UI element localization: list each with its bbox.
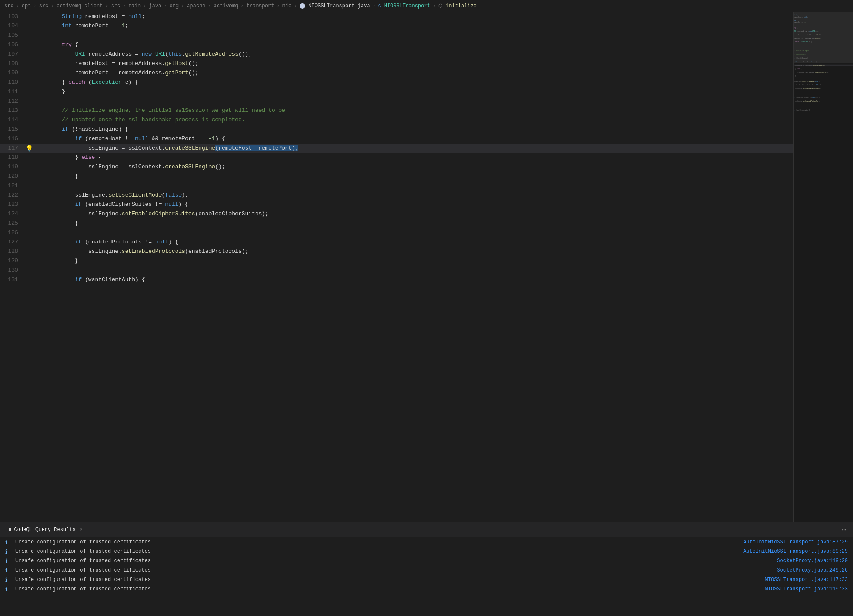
line-content: } else { [33, 153, 793, 162]
line-content: if (remoteHost != null && remotePort != … [33, 134, 793, 144]
result-location[interactable]: AutoInitNioSSLTransport.java:87:29 [743, 539, 848, 545]
code-line[interactable]: 107 URI remoteAddress = new URI(this.get… [0, 50, 793, 59]
code-line[interactable]: 119 sslEngine = sslContext.createSSLEngi… [0, 162, 793, 172]
line-content: remotePort = remoteAddress.getPort(); [33, 68, 793, 78]
code-line[interactable]: 115 if (!hasSslEngine) { [0, 125, 793, 134]
breadcrumb-org[interactable]: org [170, 3, 179, 9]
code-line[interactable]: 129 } [0, 256, 793, 266]
code-line[interactable]: 108 remoteHost = remoteAddress.getHost()… [0, 59, 793, 68]
result-info-icon: ℹ [5, 548, 12, 555]
breadcrumb-apache[interactable]: apache [187, 3, 205, 9]
result-message: Unsafe configuration of trusted certific… [15, 586, 762, 592]
breadcrumb-src2[interactable]: src [39, 3, 49, 9]
code-line[interactable]: 131 if (wantClientAuth) { [0, 275, 793, 285]
line-number: 129 [0, 256, 25, 266]
code-line[interactable]: 114 // updated once the ssl handshake pr… [0, 115, 793, 125]
breadcrumb-src[interactable]: src [4, 3, 14, 9]
code-line[interactable]: 112 [0, 97, 793, 106]
result-location[interactable]: AutoInitNioSSLTransport.java:89:29 [743, 549, 848, 554]
breadcrumb-main[interactable]: main [128, 3, 141, 9]
code-line[interactable]: 117💡 sslEngine = sslContext.createSSLEng… [0, 144, 793, 153]
line-number: 127 [0, 238, 25, 247]
code-line[interactable]: 105 [0, 31, 793, 40]
editor-area: 103 String remoteHost = null;104 int rem… [0, 12, 853, 522]
code-line[interactable]: 127 if (enabledProtocols != null) { [0, 238, 793, 247]
line-number: 105 [0, 31, 25, 40]
line-number: 121 [0, 181, 25, 191]
line-content: } [33, 256, 793, 266]
line-content [33, 266, 793, 275]
line-gutter [25, 172, 33, 181]
result-row[interactable]: ℹUnsafe configuration of trusted certifi… [0, 575, 853, 584]
codeql-tab-close[interactable]: × [80, 527, 83, 533]
result-row[interactable]: ℹUnsafe configuration of trusted certifi… [0, 537, 853, 547]
line-content: if (!hasSslEngine) { [33, 125, 793, 134]
line-number: 108 [0, 59, 25, 68]
breadcrumb-method[interactable]: ⬡ initialize [438, 3, 477, 9]
line-content: if (wantClientAuth) { [33, 275, 793, 285]
breadcrumb-java[interactable]: java [149, 3, 162, 9]
line-content: } [33, 219, 793, 228]
line-gutter [25, 247, 33, 256]
code-line[interactable]: 104 int remotePort = -1; [0, 21, 793, 31]
line-content: sslEngine = sslContext.createSSLEngine(r… [33, 144, 793, 153]
code-line[interactable]: 125 } [0, 219, 793, 228]
code-line[interactable]: 106 try { [0, 40, 793, 50]
line-number: 116 [0, 134, 25, 144]
panel-more-button[interactable]: ⋯ [838, 524, 850, 536]
result-info-icon: ℹ [5, 539, 12, 546]
result-location[interactable]: NIOSSLTransport.java:119:33 [765, 586, 848, 592]
breadcrumb-activemq-client[interactable]: activemq-client [56, 3, 103, 9]
line-number: 125 [0, 219, 25, 228]
codeql-tab[interactable]: ≡ CodeQL Query Results × [3, 522, 88, 537]
result-row[interactable]: ℹUnsafe configuration of trusted certifi… [0, 566, 853, 575]
code-line[interactable]: 111 } [0, 87, 793, 97]
line-content: try { [33, 40, 793, 50]
code-line[interactable]: 118 } else { [0, 153, 793, 162]
panel-tabs: ≡ CodeQL Query Results × ⋯ [0, 522, 853, 537]
breadcrumb-src3[interactable]: src [111, 3, 121, 9]
breadcrumb-transport[interactable]: transport [247, 3, 274, 9]
breadcrumb-nio[interactable]: nio [282, 3, 292, 9]
code-line[interactable]: 123 if (enabledCipherSuites != null) { [0, 200, 793, 209]
result-row[interactable]: ℹUnsafe configuration of trusted certifi… [0, 584, 853, 594]
result-message: Unsafe configuration of trusted certific… [15, 567, 774, 573]
result-row[interactable]: ℹUnsafe configuration of trusted certifi… [0, 547, 853, 556]
line-gutter [25, 87, 33, 97]
results-list: ℹUnsafe configuration of trusted certifi… [0, 537, 853, 616]
breadcrumb-opt[interactable]: opt [22, 3, 31, 9]
code-line[interactable]: 113 // initialize engine, the initial ss… [0, 106, 793, 115]
breadcrumb-class[interactable]: C NIOSSLTransport [378, 3, 430, 9]
line-gutter [25, 162, 33, 172]
code-line[interactable]: 126 [0, 228, 793, 238]
breadcrumb: src › opt › src › activemq-client › src … [0, 0, 853, 12]
line-content: String remoteHost = null; [33, 12, 793, 21]
result-location[interactable]: SocketProxy.java:119:20 [777, 558, 848, 564]
line-number: 107 [0, 50, 25, 59]
line-gutter [25, 134, 33, 144]
code-line[interactable]: 124 sslEngine.setEnabledCipherSuites(ena… [0, 209, 793, 219]
codeql-tab-label: CodeQL Query Results [14, 527, 76, 533]
code-line[interactable]: 109 remotePort = remoteAddress.getPort()… [0, 68, 793, 78]
result-row[interactable]: ℹUnsafe configuration of trusted certifi… [0, 556, 853, 566]
warning-icon[interactable]: 💡 [26, 145, 33, 152]
line-gutter [25, 266, 33, 275]
result-location[interactable]: NIOSSLTransport.java:117:33 [765, 577, 848, 583]
line-content: remoteHost = remoteAddress.getHost(); [33, 59, 793, 68]
code-line[interactable]: 130 [0, 266, 793, 275]
code-panel[interactable]: 103 String remoteHost = null;104 int rem… [0, 12, 793, 522]
line-gutter [25, 50, 33, 59]
code-line[interactable]: 121 [0, 181, 793, 191]
code-line[interactable]: 116 if (remoteHost != null && remotePort… [0, 134, 793, 144]
code-line[interactable]: 122 sslEngine.setUseClientMode(false); [0, 191, 793, 200]
line-gutter [25, 275, 33, 285]
line-number: 119 [0, 162, 25, 172]
code-line[interactable]: 103 String remoteHost = null; [0, 12, 793, 21]
breadcrumb-activemq[interactable]: activemq [214, 3, 238, 9]
breadcrumb-file[interactable]: ⬤ NIOSSLTransport.java [300, 3, 370, 9]
code-line[interactable]: 110 } catch (Exception e) { [0, 78, 793, 87]
code-line[interactable]: 120 } [0, 172, 793, 181]
minimap-viewport[interactable] [794, 12, 853, 63]
result-location[interactable]: SocketProxy.java:249:26 [777, 567, 848, 573]
code-line[interactable]: 128 sslEngine.setEnabledProtocols(enable… [0, 247, 793, 256]
